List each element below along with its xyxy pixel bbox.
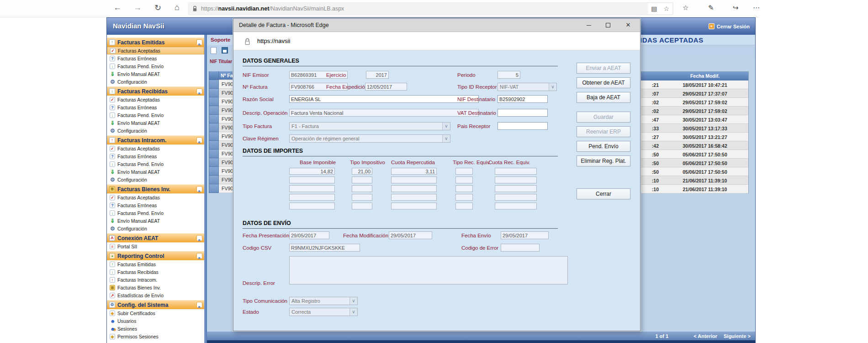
refresh-icon[interactable]: ↻ [154, 3, 161, 13]
importe-cell[interactable] [495, 168, 537, 175]
more-options-icon[interactable]: ⋯ [753, 4, 760, 12]
periodo-input[interactable] [498, 71, 520, 79]
fecha-modificacion-input[interactable] [389, 231, 432, 239]
importe-cell[interactable] [455, 177, 473, 183]
sidebar-item[interactable]: Permisos Sesiones [107, 332, 204, 340]
forward-icon[interactable]: → [133, 3, 142, 12]
sidebar-item[interactable]: Envío Manual AEAT [107, 217, 204, 225]
new-document-icon[interactable] [211, 47, 217, 54]
next-page-link[interactable]: Siguiente > [724, 333, 751, 339]
importe-cell[interactable] [391, 203, 437, 209]
importe-cell[interactable] [391, 168, 437, 175]
ejercicio-input[interactable] [366, 71, 389, 79]
collapse-chevron-icon[interactable] [196, 137, 202, 143]
collapse-chevron-icon[interactable] [196, 39, 202, 45]
reading-view-icon[interactable]: ▤ [651, 5, 657, 12]
dates-table-row[interactable]: :5005/06/2017 17:50:50 [640, 150, 748, 159]
baja-de-aeat-button[interactable]: Baja de AEAT [577, 92, 630, 103]
row-selector-cell[interactable] [209, 97, 219, 106]
dates-table-row[interactable]: :5005/06/2017 17:50:50 [640, 167, 748, 176]
importe-cell[interactable] [495, 194, 537, 201]
importe-cell[interactable] [352, 185, 372, 192]
row-selector-cell[interactable] [209, 106, 219, 115]
row-selector-cell[interactable] [209, 150, 219, 158]
collapse-chevron-icon[interactable] [196, 253, 202, 259]
logout-button[interactable]: » Cerrar Sesión [709, 23, 750, 29]
row-selector-cell[interactable] [209, 89, 219, 97]
obtener-de-aeat-button[interactable]: Obtener de AEAT [577, 77, 630, 88]
row-selector-cell[interactable] [209, 176, 219, 184]
sidebar-item[interactable]: Facturas Pend. Envío [107, 160, 204, 168]
estado-select[interactable]: Correcta ∨ [289, 308, 358, 316]
back-icon[interactable]: ← [113, 3, 122, 12]
save-icon[interactable] [222, 47, 228, 54]
sidebar-item[interactable]: Sesiones [107, 325, 204, 332]
sidebar-group-config-del-sistema[interactable]: Config. del Sistema [107, 300, 204, 309]
sidebar-item[interactable]: Facturas Recibidas [107, 268, 204, 276]
menu-soporte[interactable]: Soporte [211, 37, 230, 43]
importe-cell[interactable] [289, 185, 335, 192]
sidebar-item[interactable]: Estadísticas de Envío [107, 291, 204, 299]
descrip-operacion-input[interactable] [289, 109, 479, 117]
sidebar-item[interactable]: Configuración [107, 176, 204, 183]
home-icon[interactable]: ⌂ [175, 3, 180, 12]
dialog-titlebar[interactable]: Detalle de Factura - Microsoft Edge ✕ [233, 19, 640, 32]
collapse-chevron-icon[interactable] [196, 186, 202, 192]
importe-cell[interactable] [352, 168, 372, 175]
sidebar-group-conexi-n-aeat[interactable]: Conexión AEAT [107, 233, 204, 242]
browser-address-bar[interactable]: https://navsii.navidian.net/NavidianNavS… [188, 2, 673, 15]
dates-table-row[interactable]: :4230/05/2017 16:58:42 [640, 141, 748, 150]
importe-cell[interactable] [289, 177, 335, 183]
razon-social-input[interactable] [289, 95, 479, 103]
sidebar-item[interactable]: Configuración [107, 127, 204, 134]
dates-table-row[interactable]: :2730/05/2017 13:21:27 [640, 133, 748, 141]
sidebar-group-facturas-bienes-inv-[interactable]: Facturas Bienes Inv. [107, 184, 204, 193]
sidebar-item[interactable]: Facturas Aceptadas [107, 47, 204, 54]
maximize-button[interactable] [599, 19, 617, 32]
importe-cell[interactable] [352, 177, 372, 183]
sidebar-item[interactable]: Facturas Erróneas [107, 103, 204, 111]
favorites-icon[interactable]: ☆ [683, 4, 688, 12]
importe-cell[interactable] [455, 168, 473, 175]
importe-cell[interactable] [391, 185, 437, 192]
pais-receptor-input[interactable] [498, 122, 548, 130]
vat-destinatario-input[interactable] [498, 109, 548, 117]
sidebar-group-facturas-recibidas[interactable]: Facturas Recibidas [107, 86, 204, 96]
descrip-error-textarea[interactable] [289, 256, 568, 284]
sidebar-item[interactable]: Configuración [107, 225, 204, 232]
fecha-presentacion-input[interactable] [289, 231, 329, 239]
codigo-error-input[interactable] [501, 244, 540, 252]
reenviar-erp-button[interactable]: Reenviar ERP [577, 126, 630, 137]
close-button[interactable]: ✕ [619, 19, 637, 32]
fecha-expedicion-input[interactable] [365, 83, 407, 91]
collapse-chevron-icon[interactable] [196, 235, 202, 241]
dates-table-row[interactable]: :0229/05/2017 17:59:02 [640, 98, 748, 107]
importe-cell[interactable] [495, 185, 537, 192]
enviar-a-aeat-button[interactable]: Enviar a AEAT [577, 63, 630, 74]
importe-cell[interactable] [455, 185, 473, 192]
dates-table-row[interactable]: :2118/05/2017 10:47:21 [640, 80, 748, 89]
row-selector-cell[interactable] [209, 158, 219, 167]
sidebar-item[interactable]: Subir Certificados [107, 309, 204, 317]
dates-table-row[interactable]: :0229/05/2017 17:59:02 [640, 107, 748, 115]
importe-cell[interactable] [352, 203, 372, 209]
importe-cell[interactable] [455, 203, 473, 209]
importe-cell[interactable] [289, 203, 335, 209]
importe-cell[interactable] [289, 194, 335, 201]
row-selector-cell[interactable] [209, 115, 219, 123]
prev-page-link[interactable]: < Anterior [693, 333, 717, 339]
sidebar-item[interactable]: Facturas Bienes Inv. [107, 284, 204, 291]
sidebar-group-reporting-control[interactable]: Reporting Control [107, 251, 204, 260]
dates-table-row[interactable]: :1021/06/2017 11:39:10 [640, 185, 748, 193]
codigo-csv-input[interactable] [289, 244, 360, 252]
row-selector-cell[interactable] [209, 141, 219, 150]
sidebar-item[interactable]: Facturas Intracom. [107, 276, 204, 284]
sidebar-item[interactable]: Configuración [107, 78, 204, 86]
sidebar-item[interactable]: Facturas Pend. Envío [107, 62, 204, 70]
row-selector-cell[interactable] [209, 123, 219, 132]
cerrar-button[interactable]: Cerrar [577, 188, 630, 199]
dates-table-row[interactable]: :1021/06/2017 11:39:10 [640, 176, 748, 185]
pend-env-o-button[interactable]: Pend. Envío [577, 141, 630, 152]
importe-cell[interactable] [289, 168, 335, 175]
collapse-chevron-icon[interactable] [196, 88, 202, 94]
